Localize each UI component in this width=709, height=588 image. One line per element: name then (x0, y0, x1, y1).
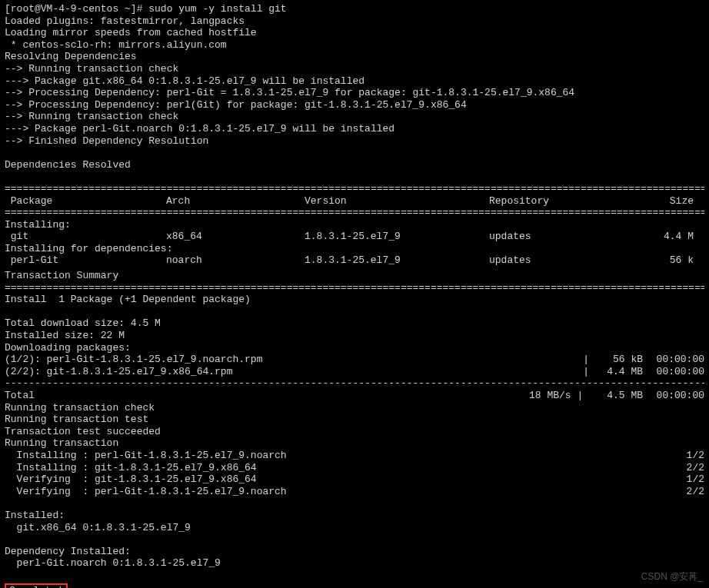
table-row: perl-Gitnoarch1.8.3.1-25.el7_9updates56 … (5, 254, 704, 267)
tx-left: Installing : git-1.8.3.1-25.el7_9.x86_64 (5, 462, 674, 474)
rule-double: ========================================… (5, 183, 704, 195)
tx-left: Verifying : git-1.8.3.1-25.el7_9.x86_64 (5, 473, 674, 486)
pipe-icon: | (571, 390, 589, 402)
col-version: Version (305, 195, 489, 208)
cell-size: 56 k (643, 254, 704, 267)
output-line: --> Processing Dependency: perl(Git) for… (5, 99, 704, 111)
tx-right: 1/2 (674, 450, 704, 462)
pipe-icon: | (583, 354, 589, 366)
download-row: (2/2): git-1.8.3.1-25.el7_9.x86_64.rpm|4… (5, 366, 704, 378)
total-time: 00:00:00 (643, 390, 704, 402)
output-line: --> Finished Dependency Resolution (5, 135, 704, 148)
cell-pkg: perl-Git (5, 254, 166, 267)
output-line (5, 147, 704, 159)
rule-double: ========================================… (5, 282, 704, 294)
dl-file: (1/2): perl-Git-1.8.3.1-25.el7_9.noarch.… (5, 354, 583, 366)
col-repository: Repository (489, 195, 643, 208)
download-total: Total 18 MB/s | 4.5 MB 00:00:00 (5, 390, 704, 402)
blank (5, 497, 704, 510)
output-line: Dependencies Resolved (5, 159, 704, 171)
package-table: Installing: gitx86_641.8.3.1-25.el7_9upd… (5, 219, 704, 267)
cell-size: 4.4 M (643, 231, 704, 243)
tx-right: 2/2 (674, 462, 704, 474)
output-line: * centos-sclo-rh: mirrors.aliyun.com (5, 39, 704, 51)
table-header: Package Arch Version Repository Size (5, 195, 704, 208)
blank (5, 306, 704, 318)
tx-run-line: Running transaction (5, 437, 704, 450)
dep-installed-line: perl-Git.noarch 0:1.8.3.1-25.el7_9 (5, 557, 704, 570)
cell-repo: updates (489, 231, 643, 243)
transaction-steps: Installing : perl-Git-1.8.3.1-25.el7_9.n… (5, 450, 704, 497)
size-line: Installed size: 22 M (5, 330, 704, 342)
output-line: ---> Package git.x86_64 0:1.8.3.1-25.el7… (5, 75, 704, 88)
tx-right: 1/2 (674, 473, 704, 486)
cell-arch: x86_64 (166, 231, 305, 243)
download-block: (1/2): perl-Git-1.8.3.1-25.el7_9.noarch.… (5, 354, 704, 377)
dl-size: 56 kB (589, 354, 643, 366)
total-size: 4.5 MB (589, 390, 643, 402)
cell-pkg: git (5, 231, 166, 243)
installed-line: git.x86_64 0:1.8.3.1-25.el7_9 (5, 522, 704, 534)
blank (5, 533, 704, 546)
rule-double: ========================================… (5, 207, 704, 219)
sizes-block: Total download size: 4.5 MInstalled size… (5, 317, 704, 354)
tx-step: Installing : perl-Git-1.8.3.1-25.el7_9.n… (5, 450, 704, 462)
tx-left: Verifying : perl-Git-1.8.3.1-25.el7_9.no… (5, 486, 674, 498)
dl-file: (2/2): git-1.8.3.1-25.el7_9.x86_64.rpm (5, 366, 583, 378)
tx-step: Verifying : perl-Git-1.8.3.1-25.el7_9.no… (5, 486, 704, 498)
transaction-summary-line: Install 1 Package (+1 Dependent package) (5, 294, 704, 306)
total-rate: 18 MB/s (529, 390, 571, 402)
output-line (5, 171, 704, 183)
tx-run-line: Running transaction check (5, 402, 704, 414)
complete-highlight: Complete! (5, 583, 68, 589)
prompt-line: [root@VM-4-9-centos ~]# sudo yum -y inst… (5, 3, 704, 15)
cell-repo: updates (489, 254, 643, 267)
total-label: Total (5, 390, 529, 402)
output-line: Resolving Dependencies (5, 51, 704, 63)
tx-run-line: Running transaction test (5, 414, 704, 426)
tx-left: Installing : perl-Git-1.8.3.1-25.el7_9.n… (5, 450, 674, 462)
col-package: Package (5, 195, 166, 208)
cell-ver: 1.8.3.1-25.el7_9 (305, 254, 489, 267)
output-line: --> Running transaction check (5, 111, 704, 123)
download-row: (1/2): perl-Git-1.8.3.1-25.el7_9.noarch.… (5, 354, 704, 366)
cell-ver: 1.8.3.1-25.el7_9 (305, 231, 489, 243)
tx-step: Verifying : git-1.8.3.1-25.el7_9.x86_641… (5, 473, 704, 486)
table-section-title: Installing: (5, 219, 704, 231)
complete-text: Complete! (9, 585, 63, 589)
output-line: ---> Package perl-Git.noarch 0:1.8.3.1-2… (5, 123, 704, 135)
output-line: --> Running transaction check (5, 63, 704, 75)
size-line: Total download size: 4.5 M (5, 317, 704, 330)
transaction-run-block: Running transaction checkRunning transac… (5, 402, 704, 450)
watermark: CSDN @安苒_ (641, 571, 703, 582)
dl-time: 00:00:00 (643, 366, 704, 378)
pipe-icon: | (583, 366, 589, 378)
output-line: Loading mirror speeds from cached hostfi… (5, 27, 704, 39)
output-line: --> Processing Dependency: perl-Git = 1.… (5, 87, 704, 99)
col-size: Size (643, 195, 704, 208)
tx-step: Installing : git-1.8.3.1-25.el7_9.x86_64… (5, 462, 704, 474)
transaction-summary-title: Transaction Summary (5, 270, 704, 282)
cell-arch: noarch (166, 254, 305, 267)
table-row: gitx86_641.8.3.1-25.el7_9updates4.4 M (5, 231, 704, 243)
col-arch: Arch (166, 195, 305, 208)
dep-installed-header: Dependency Installed: (5, 546, 704, 558)
size-line: Downloading packages: (5, 342, 704, 354)
dl-time: 00:00:00 (643, 354, 704, 366)
blank (5, 570, 704, 582)
output-line: Loaded plugins: fastestmirror, langpacks (5, 15, 704, 28)
tx-right: 2/2 (674, 486, 704, 498)
installed-header: Installed: (5, 510, 704, 522)
table-section-title: Installing for dependencies: (5, 243, 704, 255)
tx-run-line: Transaction test succeeded (5, 426, 704, 438)
dl-size: 4.4 MB (589, 366, 643, 378)
dependency-resolution-block: Loaded plugins: fastestmirror, langpacks… (5, 15, 704, 183)
rule-dash: ----------------------------------------… (5, 377, 704, 390)
